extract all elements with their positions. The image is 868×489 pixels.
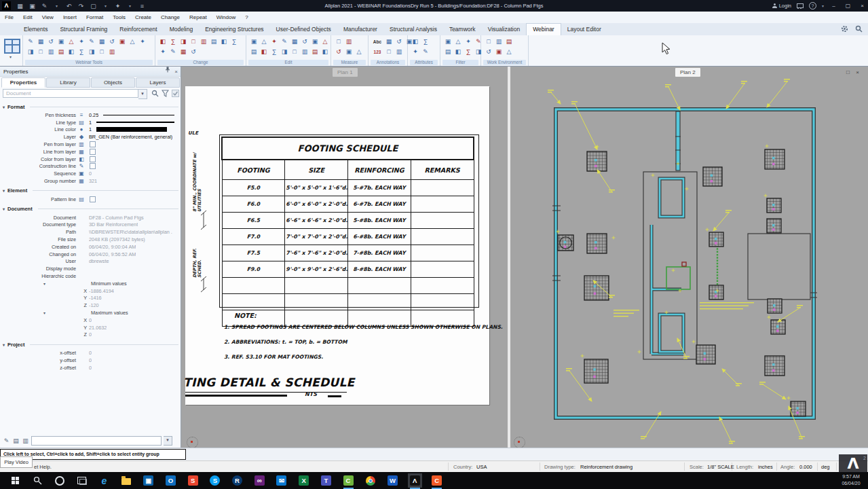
rebar-tick[interactable] [685,187,689,191]
ribbon-tool-icon[interactable]: ◧ [220,37,228,46]
section-header-document[interactable]: ▾Document [3,205,178,213]
taskbar-file-explorer-icon[interactable] [119,473,134,488]
ribbon-tool-icon[interactable]: ✎ [88,37,96,46]
rebar-tick[interactable] [768,316,771,319]
ribbon-tool-icon[interactable]: Abc [372,37,383,46]
ribbon-tool-icon[interactable]: ▣ [444,37,452,46]
annotation-text-block[interactable] [614,313,634,314]
ribbon-tool-icon[interactable]: ▦ [37,37,45,46]
ribbon-tool-icon[interactable]: ∑ [270,48,278,56]
ribbon-tool-icon[interactable]: □ [485,37,493,46]
ribbon-tool-icon[interactable]: ✎ [26,37,35,46]
favorites-icon[interactable]: ▥ [22,437,29,444]
collapse-arrow-icon[interactable]: ▾ [3,105,5,109]
ribbon-tab-structural-framing[interactable]: Structural Framing [54,24,113,35]
ribbon-tool-icon[interactable]: □ [189,37,197,46]
menu-window[interactable]: Window [212,12,240,23]
ribbon-tool-icon[interactable]: ✦ [464,37,472,46]
ribbon-tool-icon[interactable]: △ [128,37,136,46]
ribbon-tool-icon[interactable]: ◧ [260,48,268,56]
taskbar-app-r-icon[interactable]: R [230,473,244,488]
taskbar-task-view-icon[interactable] [75,473,89,488]
apply-check-icon[interactable] [172,90,179,97]
ribbon-tab-modeling[interactable]: Modeling [164,24,200,35]
taskbar-windows-start-icon[interactable] [8,473,22,488]
collapse-arrow-icon[interactable]: ▾ [41,310,50,315]
rebar-tick[interactable] [581,355,584,358]
plan1-drawing-sheet[interactable]: FOOTING SCHEDULEFOOTINGSIZEREINFORCINGRE… [185,86,489,405]
ribbon-tool-icon[interactable]: ▥ [47,48,55,56]
ribbon-tool-icon[interactable]: △ [67,37,75,46]
taskbar-search-icon[interactable] [31,473,45,488]
maximize-button[interactable]: ▢ [844,3,852,9]
ribbon-tool-icon[interactable]: ◧ [411,37,419,46]
ribbon-tab-user-defined-objects[interactable]: User-Defined Objects [270,24,337,35]
ribbon-tool-icon[interactable]: ✎ [280,37,288,46]
tab-library[interactable]: Library [46,77,90,88]
help-dropdown-icon[interactable]: ▾ [822,3,824,8]
menu-format[interactable]: Format [81,12,108,23]
rebar-callout-leader[interactable] [719,417,732,443]
annotation-text-block[interactable] [700,306,749,306]
rebar-tick[interactable] [638,350,641,354]
ribbon-tool-icon[interactable]: ◧ [159,37,167,46]
ribbon-tab-webinar[interactable]: Webinar [526,23,561,35]
menu-repeat[interactable]: Repeat [185,12,212,23]
minimize-button[interactable]: – [829,3,838,9]
rebar-callout-leader[interactable] [726,84,744,109]
rebar-tick[interactable] [612,236,616,240]
rebar-callout-leader[interactable] [763,384,786,399]
rebar-tick[interactable] [764,194,768,198]
menu-item[interactable]: ? [240,12,252,23]
rebar-callout-leader[interactable] [713,213,729,231]
taskbar-cortana-icon[interactable] [52,473,67,488]
ribbon-tool-icon[interactable]: ✎ [169,48,177,56]
section-header-element[interactable]: ▾Element [3,187,178,195]
ribbon-tool-icon[interactable]: □ [37,48,45,56]
window-layout-button[interactable]: ▾ [0,35,23,66]
settings-gear-icon[interactable] [841,25,848,33]
taskbar-camtasia-icon[interactable]: C [341,473,356,488]
annotation-text-block[interactable] [700,302,754,303]
ribbon-tool-icon[interactable]: ▦ [98,37,106,46]
footing-pad[interactable] [584,359,608,383]
login-button[interactable]: Login [772,3,791,9]
rebar-callout-leader[interactable] [767,82,787,107]
menu-create[interactable]: Create [130,12,156,23]
ribbon-tool-icon[interactable]: ✦ [411,48,419,56]
checkbox[interactable] [90,141,96,147]
rebar-tick[interactable] [692,340,696,344]
ribbon-tool-icon[interactable]: ↺ [189,48,197,56]
ribbon-tool-icon[interactable]: ✦ [159,48,167,56]
ribbon-tool-icon[interactable]: ∑ [230,37,238,46]
rebar-callout-leader[interactable] [668,87,680,110]
prop-group-maximum-values[interactable]: ▾Maximum values [0,309,181,316]
checkbox[interactable] [90,163,96,169]
ribbon-tool-icon[interactable]: ▣ [495,48,503,56]
ribbon-tool-icon[interactable]: ✎ [421,48,430,56]
help-icon[interactable]: ? [809,2,816,10]
ribbon-tool-icon[interactable]: ▤ [250,48,258,56]
play-video-tooltip[interactable]: Play Video [0,456,33,468]
rebar-tick[interactable] [766,145,769,148]
footing-pad[interactable] [584,276,609,300]
rebar-tick[interactable] [672,269,675,272]
ribbon-tool-icon[interactable]: ▦ [290,37,299,46]
command-dropdown-icon[interactable]: ▼ [164,436,172,446]
annotation-text-block[interactable] [614,310,639,310]
plan2-foundation-plan[interactable] [510,67,868,448]
rebar-callout-leader[interactable] [597,170,612,192]
tab-layers[interactable]: Layers [136,77,180,88]
zoom-icon[interactable] [151,90,159,97]
ribbon-tool-icon[interactable]: ▦ [179,48,187,56]
taskbar-allplan-icon[interactable]: Λ [408,473,422,488]
ribbon-tool-icon[interactable]: ↺ [47,37,55,46]
ribbon-tool-icon[interactable]: ▤ [210,37,218,46]
ribbon-tool-icon[interactable]: ▣ [57,37,65,46]
ribbon-tab-teamwork[interactable]: Teamwork [443,24,482,35]
ribbon-tool-icon[interactable]: □ [290,48,299,56]
ribbon-tool-icon[interactable]: ◧ [321,48,329,56]
ribbon-tool-icon[interactable]: ✦ [77,37,86,46]
menu-insert[interactable]: Insert [58,12,81,23]
ribbon-tool-icon[interactable]: ◨ [280,48,288,56]
